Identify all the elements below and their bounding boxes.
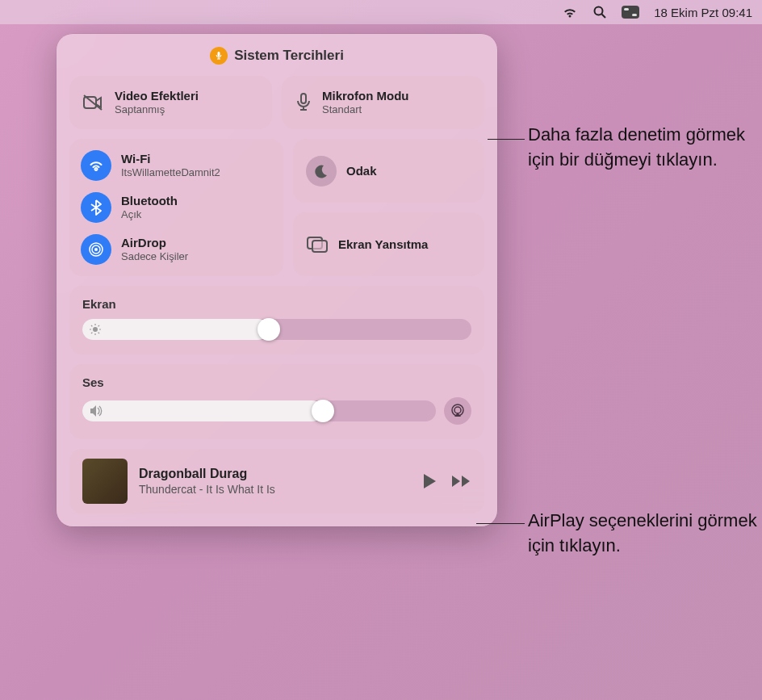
svg-rect-2 bbox=[218, 52, 220, 57]
wifi-toggle-icon[interactable] bbox=[81, 150, 111, 181]
airdrop-label: AirDrop bbox=[121, 236, 188, 250]
svg-rect-5 bbox=[301, 94, 306, 103]
airplay-audio-button[interactable] bbox=[444, 397, 471, 425]
now-playing-tile[interactable]: Dragonball Durag Thundercat - It Is What… bbox=[69, 449, 484, 513]
search-icon[interactable] bbox=[592, 5, 607, 19]
mic-mode-label: Mikrofon Modu bbox=[322, 89, 408, 103]
sound-slider-thumb[interactable] bbox=[312, 400, 334, 422]
screen-mirror-icon bbox=[306, 236, 329, 254]
svg-line-16 bbox=[91, 325, 92, 326]
svg-line-17 bbox=[98, 333, 99, 333]
callout-top: Daha fazla denetim görmek için bir düğme… bbox=[528, 123, 762, 173]
svg-rect-3 bbox=[84, 97, 96, 108]
connectivity-tile: Wi-Fi ItsWillametteDamnit2 Bluetooth Açı… bbox=[69, 139, 283, 276]
fast-forward-button[interactable] bbox=[450, 474, 471, 488]
wifi-sub: ItsWillametteDamnit2 bbox=[121, 166, 220, 179]
callout-line-airplay bbox=[476, 523, 525, 524]
speaker-icon bbox=[89, 404, 103, 417]
sound-slider-label: Ses bbox=[82, 375, 471, 389]
screen-mirror-tile[interactable]: Ekran Yansıtma bbox=[293, 212, 484, 276]
svg-line-1 bbox=[602, 15, 606, 19]
panel-header: Sistem Tercihleri bbox=[69, 47, 484, 65]
svg-line-18 bbox=[91, 333, 92, 333]
microphone-icon bbox=[295, 92, 312, 113]
sound-slider[interactable] bbox=[82, 400, 436, 421]
mic-mode-tile[interactable]: Mikrofon Modu Standart bbox=[282, 76, 484, 129]
album-art bbox=[82, 459, 128, 504]
sound-slider-section: Ses bbox=[69, 364, 484, 439]
video-effects-label: Video Efektleri bbox=[115, 89, 199, 103]
media-title: Dragonball Durag bbox=[139, 465, 410, 483]
display-slider-label: Ekran bbox=[82, 297, 471, 311]
airplay-icon bbox=[450, 403, 466, 419]
menubar: 18 Ekim Pzt 09:41 bbox=[0, 0, 762, 24]
svg-point-0 bbox=[595, 7, 603, 15]
control-center-icon[interactable] bbox=[622, 6, 639, 19]
svg-point-20 bbox=[454, 407, 461, 413]
airdrop-sub: Sadece Kişiler bbox=[121, 250, 188, 263]
focus-label: Odak bbox=[346, 164, 377, 178]
control-center-panel: Sistem Tercihleri Video Efektleri Saptan… bbox=[57, 34, 497, 526]
airdrop-toggle-icon[interactable] bbox=[81, 234, 111, 265]
bluetooth-toggle-icon[interactable] bbox=[81, 192, 111, 223]
svg-rect-10 bbox=[312, 241, 327, 252]
mic-mode-sub: Standart bbox=[322, 103, 408, 116]
brightness-icon bbox=[89, 323, 102, 336]
mic-indicator-icon bbox=[210, 47, 228, 65]
video-effects-sub: Saptanmış bbox=[115, 103, 199, 116]
video-effects-tile[interactable]: Video Efektleri Saptanmış bbox=[69, 76, 272, 129]
wifi-item[interactable]: Wi-Fi ItsWillametteDamnit2 bbox=[81, 147, 272, 184]
focus-tile[interactable]: Odak bbox=[293, 139, 484, 203]
callout-airplay: AirPlay seçeneklerini görmek için tıklay… bbox=[528, 509, 762, 559]
wifi-icon[interactable] bbox=[562, 6, 578, 19]
svg-line-19 bbox=[98, 325, 99, 326]
svg-point-11 bbox=[93, 327, 98, 332]
bluetooth-item[interactable]: Bluetooth Açık bbox=[81, 189, 272, 226]
video-off-icon bbox=[82, 94, 105, 111]
moon-icon[interactable] bbox=[306, 156, 337, 187]
display-slider-thumb[interactable] bbox=[257, 318, 280, 341]
bluetooth-sub: Açık bbox=[121, 208, 178, 221]
bluetooth-label: Bluetooth bbox=[121, 194, 178, 208]
display-slider[interactable] bbox=[82, 319, 471, 340]
svg-point-6 bbox=[94, 248, 98, 251]
display-slider-section: Ekran bbox=[69, 286, 484, 354]
panel-title: Sistem Tercihleri bbox=[234, 48, 344, 64]
screen-mirror-label: Ekran Yansıtma bbox=[338, 237, 428, 251]
play-button[interactable] bbox=[421, 472, 438, 490]
datetime-text[interactable]: 18 Ekim Pzt 09:41 bbox=[654, 6, 752, 19]
callout-line-top bbox=[488, 139, 525, 140]
wifi-label: Wi-Fi bbox=[121, 152, 220, 166]
airdrop-item[interactable]: AirDrop Sadece Kişiler bbox=[81, 231, 272, 268]
media-subtitle: Thundercat - It Is What It Is bbox=[139, 482, 410, 497]
